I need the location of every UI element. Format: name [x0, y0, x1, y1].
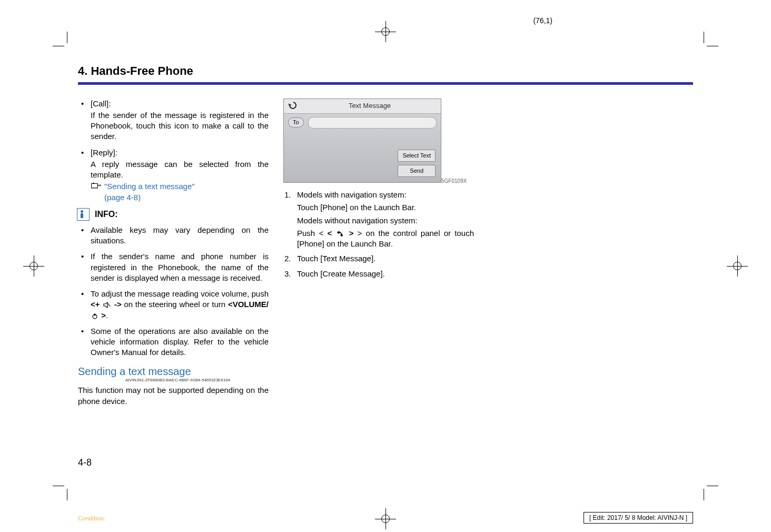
ref-text-wrap: "Sending a text message" (page 4-8): [104, 181, 195, 203]
info-bullet: Some of the operations are also availabl…: [78, 326, 269, 358]
back-icon: [288, 100, 298, 112]
info-icon: [77, 208, 90, 221]
phone-icon: [337, 230, 344, 238]
step-3: Touch [Create Message].: [283, 269, 474, 279]
steps-list: Models with navigation system: Touch [Ph…: [283, 190, 474, 279]
text-message-screenshot: Text Message To Select Text Send: [283, 98, 441, 183]
svg-line-0: [108, 303, 110, 307]
info-bullet: To adjust the message reading voice volu…: [78, 289, 269, 321]
ref-link-page: (page 4-8): [104, 193, 141, 202]
page-number: 4-8: [78, 456, 92, 469]
sending-note: This function may not be supported depen…: [78, 385, 269, 407]
step-1-line4a: Push <: [297, 229, 327, 238]
ss-to-label: To: [288, 117, 304, 127]
ss-select-text-btn: Select Text: [398, 150, 436, 162]
sending-heading: Sending a text message: [78, 364, 269, 379]
feature-list: [Call]: If the sender of the message is …: [78, 98, 269, 203]
ss-buttons: Select Text Send: [398, 150, 436, 177]
column-2: Text Message To Select Text Send 5GF0109…: [283, 98, 474, 409]
item-call-label: [Call]:: [91, 98, 269, 109]
crop-corner-tl: [53, 32, 67, 46]
hand-ref-icon: [91, 182, 101, 190]
ref-link-text: "Sending a text message": [104, 182, 195, 191]
condition-label: Condition:: [78, 515, 106, 523]
info-bullet: Available keys may vary depending on the…: [78, 225, 269, 247]
crop-corner-bl: [53, 486, 67, 500]
ss-header: Text Message: [284, 99, 441, 114]
ss-title: Text Message: [303, 101, 437, 111]
ss-to-input: [308, 117, 437, 129]
crop-corner-br: [704, 486, 718, 500]
speaker-mute-icon: [103, 301, 111, 309]
chapter-title: 4. Hands-Free Phone: [78, 63, 693, 79]
columns: [Call]: If the sender of the message is …: [78, 98, 693, 409]
step-1-line1: Models with navigation system:: [297, 190, 474, 200]
step-1-line3: Models without navigation system:: [297, 215, 474, 226]
crop-corner-tr: [704, 32, 718, 46]
guid-text: AIVINJN1-2F6880B3-BAEC-4B6F-91B4-5465323…: [125, 378, 269, 383]
crop-mark-top: [375, 21, 396, 42]
step-2: Touch [Text Message].: [283, 253, 474, 264]
step-1-line2: Touch [Phone] on the Launch Bar.: [297, 202, 474, 213]
item-call: [Call]: If the sender of the message is …: [78, 98, 269, 142]
footer: Condition: [ Edit: 2017/ 5/ 8 Model: AIV…: [78, 484, 693, 496]
info-bullet: If the sender's name and phone number is…: [78, 251, 269, 283]
screenshot-code: 5GF0109X: [441, 178, 474, 185]
crop-mark-right: [727, 255, 748, 277]
item-reply: [Reply]: A reply message can be selected…: [78, 147, 269, 203]
chapter-rule: [78, 82, 693, 85]
crop-mark-left: [23, 255, 44, 277]
content-area: 4. Hands-Free Phone [Call]: If the sende…: [78, 63, 693, 469]
power-icon: [92, 313, 98, 319]
ss-to-row: To: [284, 114, 441, 132]
step-1: Models with navigation system: Touch [Ph…: [283, 190, 474, 249]
ss-send-btn: Send: [398, 165, 436, 177]
item-call-desc: If the sender of the message is register…: [91, 110, 269, 142]
ref-row: "Sending a text message" (page 4-8): [91, 181, 269, 203]
info-bullets: Available keys may vary depending on the…: [78, 225, 269, 358]
step-1-line4: Push < < > > on the control panel or tou…: [297, 228, 474, 250]
info-heading: INFO:: [77, 208, 269, 221]
item-reply-desc: A reply message can be selected from the…: [91, 159, 269, 181]
info-label: INFO:: [95, 209, 118, 220]
column-1: [Call]: If the sender of the message is …: [78, 98, 269, 409]
item-reply-label: [Reply]:: [91, 147, 269, 158]
edit-info-box: [ Edit: 2017/ 5/ 8 Model: AIVINJ-N ]: [584, 512, 693, 524]
page-coord: (76,1): [533, 16, 552, 26]
crop-mark-bottom: [375, 508, 396, 529]
